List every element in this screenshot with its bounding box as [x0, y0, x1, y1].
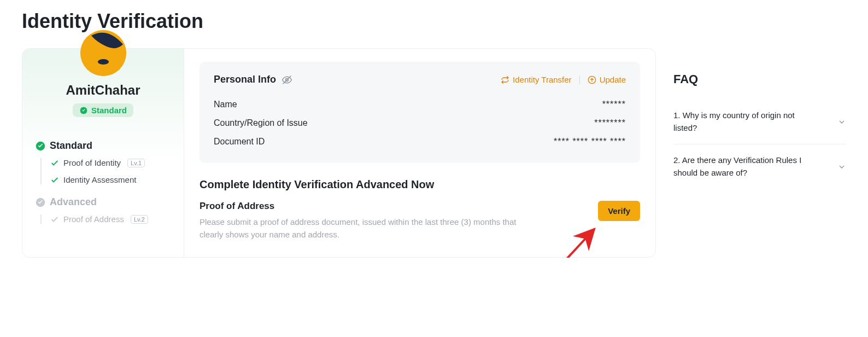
level-standard-label: Standard [50, 140, 92, 152]
advanced-heading: Complete Identity Verification Advanced … [200, 178, 640, 191]
info-row-country: Country/Region of Issue ******** [214, 114, 626, 132]
update-link[interactable]: Update [588, 75, 626, 84]
check-circle-icon [36, 197, 45, 207]
sidebar-item-label: Proof of Address [63, 214, 124, 224]
upload-icon [588, 75, 596, 84]
level-advanced-label: Advanced [50, 196, 97, 208]
sidebar-item-label: Proof of Identity [63, 158, 121, 167]
content-column: Personal Info [184, 49, 655, 257]
status-badge-label: Standard [91, 106, 127, 115]
info-label: Country/Region of Issue [214, 118, 308, 128]
info-value: ****** [602, 100, 626, 109]
chevron-down-icon [837, 162, 846, 171]
faq-question: 1. Why is my country of origin not liste… [673, 109, 816, 134]
status-badge: Standard [73, 103, 133, 117]
sidebar-item-proof-of-address[interactable]: Proof of Address Lv.2 [50, 214, 171, 224]
chevron-down-icon [837, 118, 846, 126]
check-circle-icon [36, 141, 45, 151]
update-label: Update [600, 75, 626, 84]
proof-of-address-description: Please submit a proof of address documen… [200, 216, 527, 241]
verified-icon [79, 106, 88, 115]
avatar [80, 30, 126, 76]
faq-item[interactable]: 2. Are there any Verification Rules I sh… [673, 144, 846, 189]
faq-item[interactable]: 1. Why is my country of origin not liste… [673, 100, 846, 144]
sidebar-item-label: Identity Assessment [63, 175, 136, 184]
info-value: ******** [594, 118, 626, 128]
svg-point-1 [98, 59, 109, 65]
transfer-icon [501, 75, 509, 84]
main-layout: AmitChahar Standard [22, 48, 846, 258]
identity-transfer-label: Identity Transfer [513, 75, 572, 84]
check-icon [50, 159, 59, 167]
separator [579, 75, 580, 84]
level-advanced: Advanced [36, 196, 171, 208]
level-tag: Lv.2 [131, 215, 148, 224]
level-tag: Lv.1 [127, 159, 145, 167]
page-title: Identity Verification [22, 10, 846, 33]
sidebar-item-proof-of-identity[interactable]: Proof of Identity Lv.1 [50, 158, 171, 167]
verification-card: AmitChahar Standard [22, 48, 656, 258]
verify-button[interactable]: Verify [598, 201, 640, 221]
info-row-name: Name ****** [214, 95, 626, 114]
info-label: Name [214, 100, 237, 109]
info-value: **** **** **** **** [554, 137, 626, 147]
identity-transfer-link[interactable]: Identity Transfer [501, 75, 572, 84]
proof-of-address-heading: Proof of Address [200, 201, 527, 212]
personal-info-title: Personal Info [214, 74, 276, 85]
info-row-document-id: Document ID **** **** **** **** [214, 132, 626, 151]
faq-title: FAQ [673, 72, 846, 86]
sidebar-item-identity-assessment[interactable]: Identity Assessment [50, 175, 171, 184]
check-icon [50, 215, 59, 224]
eye-off-icon[interactable] [281, 74, 292, 85]
info-label: Document ID [214, 137, 265, 147]
check-icon [50, 176, 59, 184]
personal-info-panel: Personal Info [200, 62, 640, 163]
level-standard: Standard [36, 140, 171, 152]
username: AmitChahar [36, 83, 171, 98]
faq-column: FAQ 1. Why is my country of origin not l… [673, 48, 846, 189]
profile-column: AmitChahar Standard [22, 49, 184, 257]
faq-question: 2. Are there any Verification Rules I sh… [673, 154, 816, 179]
